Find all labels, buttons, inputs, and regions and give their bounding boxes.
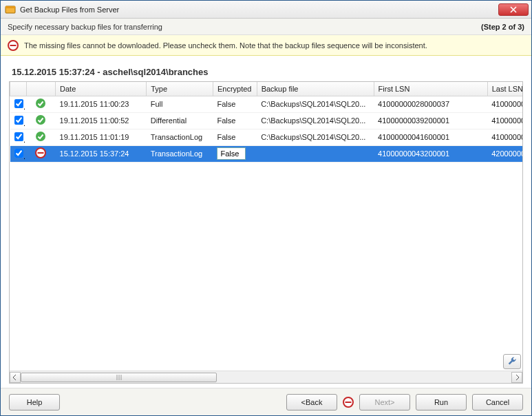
cell-encrypted: False xyxy=(213,112,257,129)
cancel-label: Cancel xyxy=(486,398,509,406)
help-button[interactable]: Help xyxy=(9,394,60,410)
table-body: 19.11.2015 11:00:23FullFalseC:\Backups\S… xyxy=(10,96,524,162)
svg-rect-10 xyxy=(345,402,352,403)
cell-last-lsn: 41000000043200001 xyxy=(487,129,523,145)
cell-type: Full xyxy=(147,96,213,112)
status-ok-icon xyxy=(35,114,46,125)
cell-file: C:\Backups\SQL2014\SQL20... xyxy=(257,112,374,129)
cell-encrypted: False xyxy=(213,96,257,112)
cell-first-lsn: 41000000039200001 xyxy=(374,112,487,129)
close-icon xyxy=(510,6,517,13)
cell-last-lsn: 41000000041600001 xyxy=(487,112,523,129)
cell-file: C:\Backups\SQL2014\SQL20... xyxy=(257,129,374,145)
svg-rect-3 xyxy=(10,45,17,46)
svg-point-4 xyxy=(36,98,45,108)
cancel-button[interactable]: Cancel xyxy=(472,394,523,410)
table-header: Date Type Encrypted Backup file First LS… xyxy=(10,82,524,96)
svg-rect-1 xyxy=(6,6,15,8)
chevron-left-icon xyxy=(12,375,18,380)
table-row[interactable]: 15.12.2015 15:37:24TransactionLogFalse41… xyxy=(10,145,524,162)
main-area: 15.12.2015 15:37:24 - aschel\sql2014\bra… xyxy=(1,56,531,388)
back-button[interactable]: <Back xyxy=(286,394,337,410)
scroll-left-button[interactable] xyxy=(10,372,21,383)
table-row[interactable]: 19.11.2015 11:00:23FullFalseC:\Backups\S… xyxy=(10,96,524,112)
run-label: Run xyxy=(434,398,448,406)
col-type[interactable]: Type xyxy=(147,82,213,96)
app-icon xyxy=(5,4,16,15)
next-button[interactable]: Next> xyxy=(359,394,410,410)
horizontal-scrollbar[interactable] xyxy=(10,371,522,383)
stop-icon xyxy=(343,397,354,408)
next-label: Next> xyxy=(374,398,394,406)
col-encrypted[interactable]: Encrypted xyxy=(213,82,257,96)
backup-table: Date Type Encrypted Backup file First LS… xyxy=(10,82,523,163)
table-row[interactable]: 19.11.2015 11:01:19TransactionLogFalseC:… xyxy=(10,129,524,145)
cell-first-lsn: 41000000043200001 xyxy=(374,145,487,162)
col-last-lsn[interactable]: Last LSN xyxy=(487,82,523,96)
cell-last-lsn: 42000000048000001 xyxy=(487,145,523,162)
subheader: Specify necessary backup files for trans… xyxy=(1,19,531,35)
cell-type: TransactionLog xyxy=(147,129,213,145)
svg-point-6 xyxy=(36,132,45,141)
col-status[interactable] xyxy=(26,82,55,96)
cell-type: Differential xyxy=(147,112,213,129)
window-title: Get Backup Files from Server xyxy=(20,6,498,14)
chevron-right-icon xyxy=(514,375,520,380)
row-checkbox[interactable] xyxy=(14,116,23,125)
cell-file: C:\Backups\SQL2014\SQL20... xyxy=(257,96,374,112)
status-error-icon xyxy=(35,147,46,158)
cell-date: 19.11.2015 11:00:52 xyxy=(56,112,147,129)
table-row[interactable]: 19.11.2015 11:00:52DifferentialFalseC:\B… xyxy=(10,112,524,129)
cell-type: TransactionLog xyxy=(147,145,213,162)
footer: Help <Back Next> Run Cancel xyxy=(1,388,531,415)
col-first-lsn[interactable]: First LSN xyxy=(374,82,487,96)
cell-encrypted: False xyxy=(213,129,257,145)
step-indicator: (Step 2 of 3) xyxy=(481,23,524,31)
back-label: <Back xyxy=(301,398,323,406)
wrench-icon xyxy=(507,357,517,366)
warning-bar: The missing files cannot be downloaded. … xyxy=(1,35,531,56)
cell-date: 19.11.2015 11:00:23 xyxy=(56,96,147,112)
cell-last-lsn: 41000000031200001 xyxy=(487,96,523,112)
scroll-thumb[interactable] xyxy=(21,373,217,382)
title-bar: Get Backup Files from Server xyxy=(1,1,531,19)
col-date[interactable]: Date xyxy=(56,82,147,96)
cell-date: 19.11.2015 11:01:19 xyxy=(56,129,147,145)
scroll-right-button[interactable] xyxy=(511,372,522,383)
page-title: 15.12.2015 15:37:24 - aschel\sql2014\bra… xyxy=(12,67,520,77)
row-checkbox[interactable] xyxy=(14,149,23,158)
run-button[interactable]: Run xyxy=(416,394,467,410)
warning-icon xyxy=(8,40,19,51)
row-checkbox[interactable] xyxy=(14,132,23,141)
table-container: Date Type Encrypted Backup file First LS… xyxy=(9,81,523,384)
help-label: Help xyxy=(27,398,43,406)
svg-point-5 xyxy=(36,115,45,125)
status-ok-icon xyxy=(35,131,46,142)
cell-file xyxy=(257,145,374,162)
cell-date: 15.12.2015 15:37:24 xyxy=(56,145,147,162)
col-file[interactable]: Backup file xyxy=(257,82,374,96)
close-button[interactable] xyxy=(498,3,529,16)
svg-rect-8 xyxy=(38,152,44,154)
cell-encrypted: False xyxy=(213,145,257,162)
cell-first-lsn: 41000000028000037 xyxy=(374,96,487,112)
scroll-track[interactable] xyxy=(21,372,511,383)
status-ok-icon xyxy=(35,98,46,109)
table-options-button[interactable] xyxy=(503,354,521,369)
col-checkbox[interactable] xyxy=(10,82,27,96)
warning-text: The missing files cannot be downloaded. … xyxy=(24,41,427,50)
subtitle: Specify necessary backup files for trans… xyxy=(8,23,162,31)
row-checkbox[interactable] xyxy=(14,99,23,108)
cell-first-lsn: 41000000041600001 xyxy=(374,129,487,145)
